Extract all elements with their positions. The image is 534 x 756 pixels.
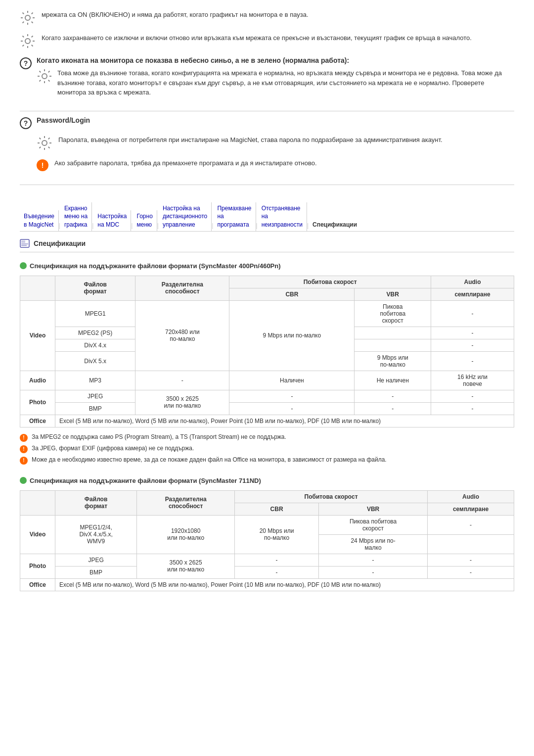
audio-dash-1: - — [431, 300, 514, 327]
th2-bitrate: Побитова скорост — [235, 490, 428, 503]
format2-jpeg: JPEG — [55, 554, 136, 566]
audio2-dash-bmp: - — [428, 566, 514, 578]
tab-troubleshoot[interactable]: Отстраняване на неизправности — [258, 202, 307, 231]
th-category — [20, 276, 55, 300]
photo2-header: Photo — [20, 554, 55, 578]
cbr2-dash-jpeg: - — [235, 554, 319, 566]
th-bitrate: Побитова скорост — [229, 276, 431, 288]
audio-dash-2: - — [431, 327, 514, 339]
th-vbr: VBR — [355, 288, 431, 300]
password-text-1: Паролата, въведена от потребителя при ин… — [58, 135, 443, 145]
question-content-1: Когато иконата на монитора се показва в … — [37, 56, 514, 97]
audio-dash-4: - — [431, 351, 514, 371]
text-reconnect: Когато захранването се изключи и включи … — [42, 33, 472, 43]
page-title-bar: Спецификации — [20, 239, 514, 252]
res-dash: - — [135, 371, 229, 390]
vbr-9mbps: 9 Mbps илипо-малко — [355, 351, 431, 371]
audio-16khz: 16 kHz илиповече — [431, 371, 514, 390]
svg-point-2 — [42, 74, 47, 79]
vbr-empty — [355, 327, 431, 339]
th-cbr: CBR — [229, 288, 355, 300]
format-bmp: BMP — [55, 402, 135, 415]
th2-file-format: Файловформат — [55, 490, 136, 515]
office2-header: Office — [20, 578, 55, 591]
question-body-block: Това може да възникне тогава, когато кон… — [37, 68, 514, 97]
res2-3500: 3500 x 2625или по-малко — [137, 554, 235, 578]
warning-icon-1: ! — [37, 159, 48, 171]
note-icon-2: ! — [20, 445, 28, 453]
table-row: Video MPEG1/2/4,DivX 4.x/5.x,WMV9 1920x1… — [20, 515, 514, 534]
spec1-icon — [20, 262, 27, 269]
th2-audio: Audio — [428, 490, 514, 503]
svg-point-1 — [25, 39, 30, 44]
office2-text: Excel (5 MB или по-малко), Word (5 MB ил… — [55, 578, 514, 591]
format-mpeg2: MPEG2 (PS) — [55, 327, 135, 339]
note-icon-1: ! — [20, 434, 28, 442]
vbr2-dash-bmp: - — [319, 566, 428, 578]
format-jpeg: JPEG — [55, 390, 135, 402]
format-divx4: DivX 4.x — [55, 339, 135, 351]
vbr-empty2 — [355, 339, 431, 351]
spec1-table: Файловформат Разделителнаспособност Поби… — [20, 276, 514, 427]
audio2-empty — [428, 534, 514, 554]
tab-specs[interactable]: Спецификации — [309, 219, 361, 231]
format-mpeg1-2-4: MPEG1/2/4,DivX 4.x/5.x,WMV9 — [55, 515, 136, 554]
spec1-title: Спецификация на поддържаните файлови фор… — [20, 262, 514, 270]
gear-icon-4 — [37, 135, 52, 151]
question-block-1: ? Когато иконата на монитора се показва … — [20, 56, 514, 97]
format-mpeg1: MPEG1 — [55, 300, 135, 327]
tab-mdc[interactable]: Настройка на MDC — [93, 210, 131, 231]
cbr-dash-bmp: - — [229, 402, 355, 415]
gear-icon-1 — [20, 10, 36, 26]
page-wrapper: мрежата са ON (ВКЛЮЧЕНО) и няма да работ… — [0, 0, 534, 614]
spec2-title-text: Спецификация на поддържаните файлови фор… — [30, 477, 261, 484]
vbr2-dash-jpeg: - — [319, 554, 428, 566]
tab-remove[interactable]: Премахване на програмата — [213, 202, 256, 231]
question-block-2: ? Password/Login — [20, 116, 514, 129]
vbr-notavailable: Не наличен — [355, 371, 431, 390]
spec2-table: Файловформат Разделителнаспособност Поби… — [20, 490, 514, 591]
table-row: Office Excel (5 MB или по-малко), Word (… — [20, 578, 514, 591]
spec2-title: Спецификация на поддържаните файлови фор… — [20, 477, 514, 484]
th2-category — [20, 490, 55, 515]
audio2-dash-jpeg: - — [428, 554, 514, 566]
th-sampling: семплиране — [431, 288, 514, 300]
svg-rect-5 — [21, 240, 25, 243]
table-row: BMP - - - — [20, 402, 514, 415]
spec-section-1: Спецификация на поддържаните файлови фор… — [20, 262, 514, 465]
res-3500: 3500 x 2625или по-малко — [135, 390, 229, 415]
text-on-off: мрежата са ON (ВКЛЮЧЕНО) и няма да работ… — [42, 10, 309, 20]
cbr-20mbps: 20 Mbps илипо-малко — [235, 515, 319, 554]
th2-resolution: Разделителнаспособност — [137, 490, 235, 515]
top-section: мрежата са ON (ВКЛЮЧЕНО) и няма да работ… — [20, 10, 514, 111]
password-items: Паролата, въведена от потребителя при ин… — [37, 135, 514, 171]
specs-page-icon — [20, 239, 30, 248]
question-header-1: Когато иконата на монитора се показва в … — [37, 56, 514, 64]
note-3: ! Може да е необходимо известно време, з… — [20, 456, 514, 465]
format-mp3: MP3 — [55, 371, 135, 390]
note-text-1: За MPEG2 се поддържа само PS (Program St… — [32, 433, 286, 440]
question-icon-2: ? — [20, 117, 32, 129]
format2-bmp: BMP — [55, 566, 136, 578]
th-file-format: Файловформат — [55, 276, 135, 300]
tab-screen-menu[interactable]: Екранно меню на графика — [60, 202, 92, 231]
note-2: ! За JPEG, формат EXIF (цифрова камера) … — [20, 445, 514, 453]
tab-top-menu[interactable]: Горно меню — [133, 210, 157, 231]
spec2-icon — [20, 477, 27, 484]
note-icon-3: ! — [20, 457, 28, 465]
question-body-1: Това може да възникне тогава, когато кон… — [57, 68, 514, 97]
svg-point-3 — [42, 141, 47, 145]
gear-icon-2 — [20, 33, 36, 49]
tab-remote[interactable]: Настройка на дистанционното управление — [159, 202, 212, 231]
format-divx5: DivX 5.x — [55, 351, 135, 371]
password-item-2: ! Ако забравите паролата, трябва да прем… — [37, 158, 514, 171]
table-row: Office Excel (5 MB или по-малко), Word (… — [20, 415, 514, 427]
th2-vbr: VBR — [319, 503, 428, 515]
audio-dash-3: - — [431, 339, 514, 351]
cbr-available: Наличен — [229, 371, 355, 390]
info-block-2: Когато захранването се изключи и включи … — [20, 33, 514, 50]
note-text-2: За JPEG, формат EXIF (цифрова камера) не… — [32, 445, 194, 452]
th2-cbr: CBR — [235, 503, 319, 515]
note-text-3: Може да е необходимо известно време, за … — [32, 456, 387, 463]
tab-introduction[interactable]: Въведение в MagicNet — [20, 210, 59, 231]
